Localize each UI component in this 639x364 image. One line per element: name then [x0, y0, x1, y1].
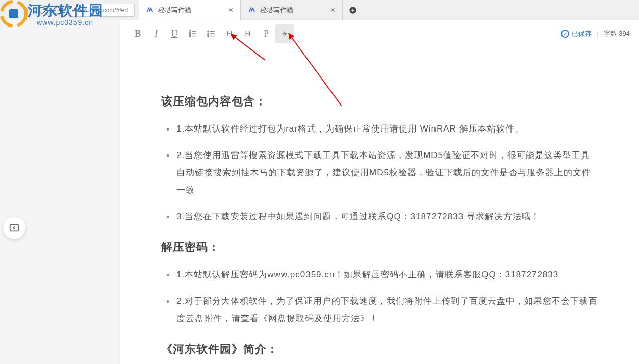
tab-1[interactable]: 秘塔写作猫 ×	[139, 0, 241, 20]
add-tab-button[interactable]	[343, 0, 363, 20]
tab-favicon-2	[248, 6, 256, 14]
list-2: 1.本站默认解压密码为www.pc0359.cn！如果解压密码不正确，请联系客服…	[161, 266, 598, 327]
tab-title-2: 秘塔写作猫	[260, 6, 326, 15]
saved-status: ✓ 已保存	[561, 29, 592, 38]
status-divider: |	[597, 30, 598, 38]
paragraph-button[interactable]: P	[257, 24, 275, 43]
tab-title-1: 秘塔写作猫	[158, 6, 224, 15]
underline-button[interactable]: U	[165, 24, 184, 43]
svg-marker-13	[282, 31, 288, 37]
tab-2[interactable]: 秘塔写作猫 ×	[241, 0, 343, 20]
heading-package-contents: 该压缩包内容包含：	[161, 94, 598, 109]
check-icon: ✓	[561, 30, 569, 38]
list-item: 2.当您使用迅雷等搜索资源模式下载工具下载本站资源，发现MD5值验证不对时，很可…	[176, 147, 598, 199]
h1-button[interactable]: H1	[220, 24, 239, 43]
ordered-list-button[interactable]: 123	[184, 24, 202, 43]
editor-toolbar: B I U 123 H1 H2 P ✓ 已保存 | 字数 394	[120, 20, 639, 47]
wordcount: 字数 394	[604, 29, 630, 38]
list-item: 2.对于部分大体积软件，为了保证用户的下载速度，我们将附件上传到了百度云盘中，如…	[176, 293, 598, 327]
editor-panel: B I U 123 H1 H2 P ✓ 已保存 | 字数 394 该压缩包内容包…	[120, 20, 639, 364]
url-text: //xiezuocat.com/#/ed	[72, 7, 128, 14]
unordered-list-button[interactable]	[202, 24, 220, 43]
main-area: B I U 123 H1 H2 P ✓ 已保存 | 字数 394 该压缩包内容包…	[0, 20, 639, 364]
tab-close-2[interactable]: ×	[330, 6, 335, 15]
svg-text:3: 3	[189, 34, 191, 37]
home-button[interactable]	[52, 5, 62, 15]
collapse-sidebar-button[interactable]	[3, 217, 25, 239]
tab-close-1[interactable]: ×	[228, 6, 233, 15]
list-1: 1.本站默认软件经过打包为rar格式，为确保正常使用请使用 WinRAR 解压本…	[161, 120, 598, 225]
h2-button[interactable]: H2	[239, 24, 257, 43]
address-bar[interactable]: //xiezuocat.com/#/ed	[68, 4, 135, 17]
reload-button[interactable]	[37, 5, 47, 15]
heading-unzip-password: 解压密码：	[161, 240, 598, 255]
saved-label: 已保存	[572, 29, 592, 38]
document-content[interactable]: 该压缩包内容包含： 1.本站默认软件经过打包为rar格式，为确保正常使用请使用 …	[120, 47, 639, 364]
tab-strip: 秘塔写作猫 × 秘塔写作猫 ×	[139, 0, 363, 20]
bold-button[interactable]: B	[129, 24, 147, 43]
svg-point-12	[208, 35, 209, 36]
lightning-button[interactable]	[275, 24, 294, 43]
list-item: 1.本站默认软件经过打包为rar格式，为确保正常使用请使用 WinRAR 解压本…	[176, 120, 598, 138]
list-item: 3.当您在下载安装过程中如果遇到问题，可通过联系QQ：3187272833 寻求…	[176, 208, 598, 225]
forward-button[interactable]	[21, 5, 32, 15]
browser-chrome: //xiezuocat.com/#/ed 秘塔写作猫 × 秘塔写作猫 ×	[0, 0, 639, 20]
back-button[interactable]	[6, 5, 16, 15]
heading-intro: 《河东软件园》简介：	[161, 342, 598, 357]
nav-controls	[0, 5, 68, 15]
toolbar-status: ✓ 已保存 | 字数 394	[561, 29, 630, 38]
tab-favicon-1	[146, 6, 154, 14]
svg-point-10	[208, 31, 209, 32]
svg-point-11	[208, 33, 209, 34]
italic-button[interactable]: I	[147, 24, 165, 43]
svg-rect-14	[10, 225, 19, 231]
list-item: 1.本站默认解压密码为www.pc0359.cn！如果解压密码不正确，请联系客服…	[176, 266, 598, 283]
